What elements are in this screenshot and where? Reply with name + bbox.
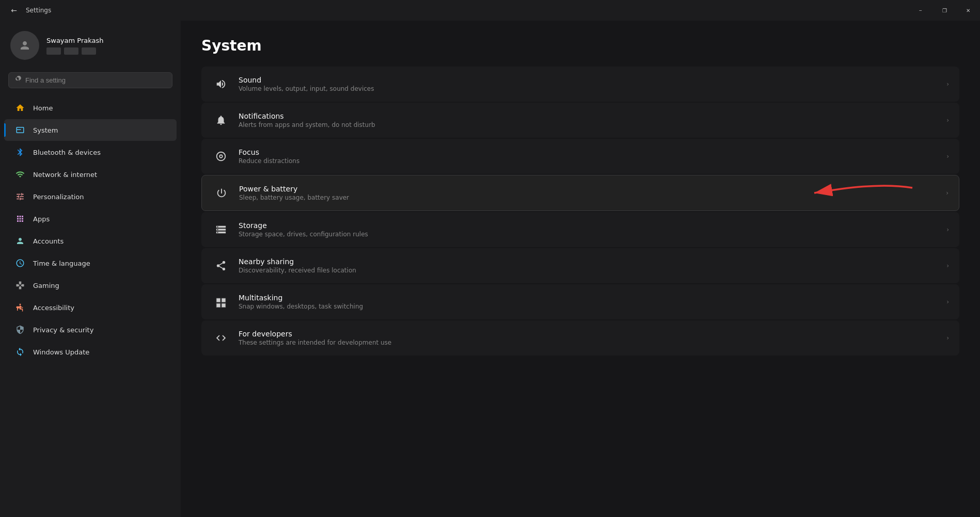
dot-1: [46, 47, 61, 55]
sidebar-item-update[interactable]: Windows Update: [4, 341, 177, 363]
apps-icon: [14, 213, 26, 224]
power-desc: Sleep, battery usage, battery saver: [239, 194, 938, 201]
setting-item-focus[interactable]: Focus Reduce distractions ›: [201, 139, 959, 174]
search-input[interactable]: [25, 76, 167, 84]
sidebar-item-label-accessibility: Accessibility: [33, 304, 74, 312]
storage-desc: Storage space, drives, configuration rul…: [239, 231, 938, 238]
avatar: [10, 31, 39, 60]
sidebar-nav: Home System Bluetooth & devices: [0, 96, 181, 363]
setting-item-notifications[interactable]: Notifications Alerts from apps and syste…: [201, 103, 959, 138]
setting-item-power[interactable]: Power & battery Sleep, battery usage, ba…: [201, 175, 959, 211]
svg-point-0: [20, 304, 21, 305]
chevron-icon: ›: [946, 189, 949, 197]
close-button[interactable]: ✕: [956, 0, 980, 21]
sidebar-item-label-apps: Apps: [33, 215, 50, 223]
user-info: Swayam Prakash: [46, 37, 104, 55]
sidebar-item-bluetooth[interactable]: Bluetooth & devices: [4, 141, 177, 163]
notifications-icon: [212, 111, 230, 130]
sidebar-item-apps[interactable]: Apps: [4, 208, 177, 230]
svg-rect-4: [217, 304, 220, 307]
system-icon: [14, 124, 26, 136]
svg-rect-5: [222, 304, 225, 307]
sidebar-item-system[interactable]: System: [4, 119, 177, 141]
search-icon: [14, 76, 21, 85]
titlebar-title: Settings: [26, 7, 51, 14]
accessibility-icon: [14, 302, 26, 313]
user-dots: [46, 47, 104, 55]
notifications-desc: Alerts from apps and system, do not dist…: [239, 121, 938, 128]
accounts-icon: [14, 235, 26, 247]
home-icon: [14, 102, 26, 114]
focus-desc: Reduce distractions: [239, 157, 938, 165]
minimize-button[interactable]: −: [909, 0, 932, 21]
sidebar-item-time[interactable]: Time & language: [4, 252, 177, 274]
setting-item-nearby[interactable]: Nearby sharing Discoverability, received…: [201, 248, 959, 283]
svg-rect-2: [217, 299, 220, 302]
sidebar-item-network[interactable]: Network & internet: [4, 164, 177, 185]
dot-2: [64, 47, 78, 55]
sidebar-item-home[interactable]: Home: [4, 97, 177, 119]
app-body: Swayam Prakash: [0, 21, 980, 517]
sidebar-item-label-gaming: Gaming: [33, 282, 59, 289]
setting-item-developers[interactable]: For developers These settings are intend…: [201, 320, 959, 356]
setting-item-multitasking[interactable]: Multitasking Snap windows, desktops, tas…: [201, 284, 959, 319]
update-icon: [14, 346, 26, 358]
sidebar-item-label-privacy: Privacy & security: [33, 326, 93, 334]
dot-3: [82, 47, 96, 55]
sidebar-item-accounts[interactable]: Accounts: [4, 230, 177, 252]
settings-list: Sound Volume levels, output, input, soun…: [201, 67, 959, 356]
focus-text: Focus Reduce distractions: [239, 148, 938, 165]
chevron-icon: ›: [946, 262, 949, 269]
sidebar-item-personalization[interactable]: Personalization: [4, 186, 177, 207]
chevron-icon: ›: [946, 334, 949, 342]
power-icon: [212, 184, 231, 202]
chevron-icon: ›: [946, 298, 949, 305]
developers-title: For developers: [239, 330, 938, 338]
focus-icon: [212, 147, 230, 166]
sidebar-item-privacy[interactable]: Privacy & security: [4, 319, 177, 341]
developers-text: For developers These settings are intend…: [239, 330, 938, 346]
maximize-button[interactable]: ❐: [932, 0, 956, 21]
storage-icon: [212, 220, 230, 239]
sound-title: Sound: [239, 76, 938, 84]
gaming-icon: [14, 280, 26, 291]
multitasking-title: Multitasking: [239, 294, 938, 302]
sidebar-item-label-bluetooth: Bluetooth & devices: [33, 149, 101, 156]
network-icon: [14, 169, 26, 180]
sidebar: Swayam Prakash: [0, 21, 181, 517]
multitasking-desc: Snap windows, desktops, task switching: [239, 303, 938, 310]
power-text: Power & battery Sleep, battery usage, ba…: [239, 185, 938, 201]
sidebar-item-label-update: Windows Update: [33, 348, 89, 356]
sound-desc: Volume levels, output, input, sound devi…: [239, 85, 938, 92]
back-button[interactable]: ←: [6, 3, 22, 18]
search-box[interactable]: [8, 72, 172, 88]
sidebar-item-label-personalization: Personalization: [33, 193, 84, 201]
sidebar-item-accessibility[interactable]: Accessibility: [4, 297, 177, 318]
user-section[interactable]: Swayam Prakash: [0, 21, 181, 68]
developers-desc: These settings are intended for developm…: [239, 339, 938, 346]
nearby-text: Nearby sharing Discoverability, received…: [239, 257, 938, 274]
sidebar-item-label-home: Home: [33, 104, 53, 112]
sound-icon: [212, 75, 230, 93]
svg-rect-3: [222, 299, 225, 302]
titlebar: ← Settings − ❐ ✕: [0, 0, 980, 21]
notifications-title: Notifications: [239, 112, 938, 120]
setting-item-sound[interactable]: Sound Volume levels, output, input, soun…: [201, 67, 959, 102]
chevron-icon: ›: [946, 153, 949, 160]
nearby-icon: [212, 256, 230, 275]
sidebar-item-gaming[interactable]: Gaming: [4, 274, 177, 296]
power-title: Power & battery: [239, 185, 938, 193]
sound-text: Sound Volume levels, output, input, soun…: [239, 76, 938, 92]
multitasking-text: Multitasking Snap windows, desktops, tas…: [239, 294, 938, 310]
setting-item-storage[interactable]: Storage Storage space, drives, configura…: [201, 212, 959, 247]
privacy-icon: [14, 324, 26, 335]
chevron-icon: ›: [946, 226, 949, 233]
focus-title: Focus: [239, 148, 938, 156]
storage-title: Storage: [239, 221, 938, 230]
search-container: [0, 68, 181, 96]
user-name: Swayam Prakash: [46, 37, 104, 44]
time-icon: [14, 257, 26, 269]
page-title: System: [201, 37, 959, 54]
nearby-title: Nearby sharing: [239, 257, 938, 266]
developers-icon: [212, 329, 230, 347]
